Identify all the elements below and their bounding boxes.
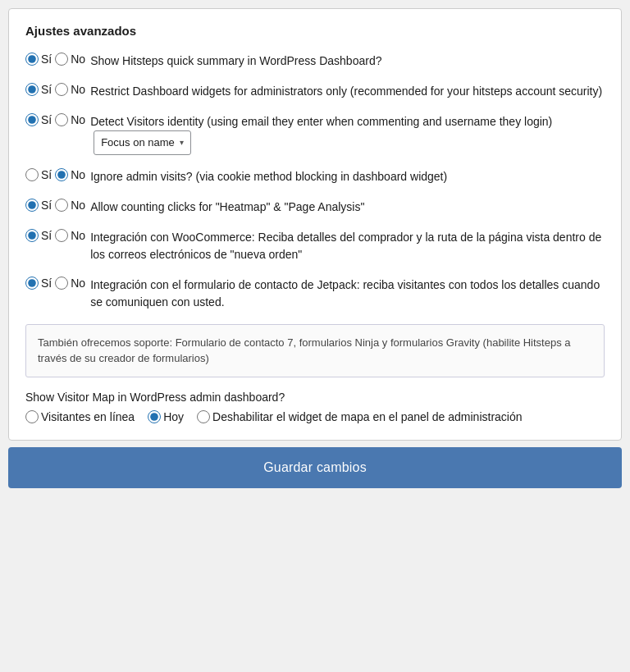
no-option-woocommerce[interactable]: No — [55, 229, 85, 242]
no-label-ignore-admin: No — [71, 168, 85, 181]
yes-radio-restrict[interactable] — [25, 83, 39, 96]
focus-select-value: Focus on name — [101, 135, 175, 151]
no-radio-woocommerce[interactable] — [55, 229, 68, 242]
setting-row-woocommerce: Sí No Integración con WooCommerce: Recib… — [25, 229, 605, 263]
radio-group-ignore-admin: Sí No — [25, 168, 87, 181]
disable-label: Deshabilitar el widget de mapa en el pan… — [212, 410, 522, 423]
yes-option-allow-clicks[interactable]: Sí — [25, 199, 52, 212]
no-option-ignore-admin[interactable]: No — [55, 168, 85, 181]
radio-group-allow-clicks: Sí No — [25, 199, 87, 212]
chevron-down-icon: ▾ — [180, 136, 184, 149]
yes-option-woocommerce[interactable]: Sí — [25, 229, 52, 242]
yes-label-ignore-admin: Sí — [41, 168, 52, 181]
no-radio-allow-clicks[interactable] — [55, 199, 68, 212]
disable-radio[interactable] — [197, 410, 210, 423]
no-label-restrict: No — [71, 83, 85, 96]
setting-text-restrict: Restrict Dashboard widgets for administr… — [90, 83, 605, 100]
yes-label-woocommerce: Sí — [41, 229, 52, 242]
radio-group-jetpack: Sí No — [25, 277, 87, 290]
no-label-detect: No — [71, 113, 85, 126]
no-option-allow-clicks[interactable]: No — [55, 199, 85, 212]
setting-row-restrict: Sí No Restrict Dashboard widgets for adm… — [25, 83, 605, 100]
setting-text-ignore-admin: Ignore admin visits? (via cookie method … — [90, 168, 605, 185]
visitors-online-label: Visitantes en línea — [41, 410, 135, 423]
today-label: Hoy — [163, 410, 184, 423]
no-option-jetpack[interactable]: No — [55, 277, 85, 290]
yes-option-detect[interactable]: Sí — [25, 113, 52, 126]
yes-radio-woocommerce[interactable] — [25, 229, 39, 242]
no-label-jetpack: No — [71, 277, 85, 290]
no-radio-restrict[interactable] — [55, 83, 68, 96]
visitor-map-section: Show Visitor Map in WordPress admin dash… — [25, 391, 605, 423]
yes-option-show-summary[interactable]: Sí — [25, 53, 52, 66]
yes-option-restrict[interactable]: Sí — [25, 83, 52, 96]
yes-label-allow-clicks: Sí — [41, 199, 52, 212]
visitor-map-title: Show Visitor Map in WordPress admin dash… — [25, 391, 605, 404]
setting-text-woocommerce: Integración con WooCommerce: Reciba deta… — [90, 229, 605, 263]
setting-row-detect: Sí No Detect Visitors identity (using em… — [25, 113, 605, 155]
today-radio[interactable] — [148, 410, 161, 423]
visitors-online-radio[interactable] — [25, 410, 39, 423]
yes-radio-jetpack[interactable] — [25, 277, 39, 290]
radio-group-restrict: Sí No — [25, 83, 87, 96]
no-radio-show-summary[interactable] — [55, 53, 68, 66]
radio-group-show-summary: Sí No — [25, 53, 87, 66]
yes-label-detect: Sí — [41, 113, 52, 126]
yes-label-restrict: Sí — [41, 83, 52, 96]
no-option-detect[interactable]: No — [55, 113, 85, 126]
yes-label-show-summary: Sí — [41, 53, 52, 66]
info-box: También ofrecemos soporte: Formulario de… — [25, 324, 605, 377]
no-radio-ignore-admin[interactable] — [55, 168, 68, 181]
visitor-map-options: Visitantes en línea Hoy Deshabilitar el … — [25, 410, 605, 423]
setting-row-jetpack: Sí No Integración con el formulario de c… — [25, 277, 605, 311]
no-option-restrict[interactable]: No — [55, 83, 85, 96]
yes-option-jetpack[interactable]: Sí — [25, 277, 52, 290]
setting-text-jetpack: Integración con el formulario de contact… — [90, 277, 605, 311]
yes-radio-show-summary[interactable] — [25, 53, 39, 66]
no-radio-detect[interactable] — [55, 113, 68, 126]
panel-title: Ajustes avanzados — [25, 24, 605, 38]
disable-option[interactable]: Deshabilitar el widget de mapa en el pan… — [197, 410, 522, 423]
yes-radio-ignore-admin[interactable] — [25, 168, 39, 181]
setting-text-show-summary: Show Hitsteps quick summary in WordPress… — [90, 53, 605, 70]
setting-row-ignore-admin: Sí No Ignore admin visits? (via cookie m… — [25, 168, 605, 185]
radio-group-detect: Sí No — [25, 113, 87, 126]
no-option-show-summary[interactable]: No — [55, 53, 85, 66]
setting-row-show-summary: Sí No Show Hitsteps quick summary in Wor… — [25, 53, 605, 70]
setting-text-detect: Detect Visitors identity (using email th… — [90, 113, 605, 155]
visitors-online-option[interactable]: Visitantes en línea — [25, 410, 135, 423]
radio-group-woocommerce: Sí No — [25, 229, 87, 242]
yes-radio-detect[interactable] — [25, 113, 39, 126]
yes-radio-allow-clicks[interactable] — [25, 199, 39, 212]
no-label-allow-clicks: No — [71, 199, 85, 212]
no-radio-jetpack[interactable] — [55, 277, 68, 290]
no-label-woocommerce: No — [71, 229, 85, 242]
yes-option-ignore-admin[interactable]: Sí — [25, 168, 52, 181]
yes-label-jetpack: Sí — [41, 277, 52, 290]
no-label-show-summary: No — [71, 53, 85, 66]
setting-text-allow-clicks: Allow counting clicks for "Heatmap" & "P… — [90, 199, 605, 216]
focus-select[interactable]: Focus on name ▾ — [94, 130, 191, 155]
save-button[interactable]: Guardar cambios — [8, 447, 622, 488]
setting-row-allow-clicks: Sí No Allow counting clicks for "Heatmap… — [25, 199, 605, 216]
today-option[interactable]: Hoy — [148, 410, 184, 423]
